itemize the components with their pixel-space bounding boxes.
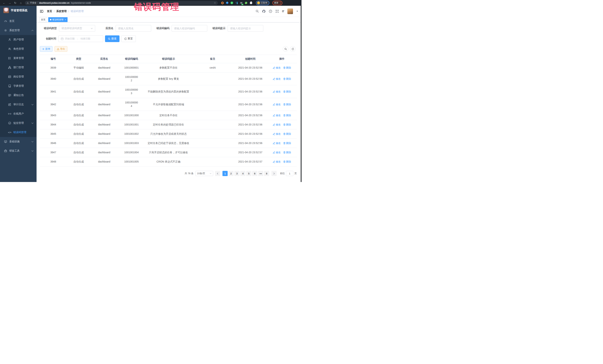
browser-scrollbar[interactable] <box>301 6 302 182</box>
sidebar-item-notice[interactable]: 通知公告 <box>0 91 36 100</box>
pager-page-5[interactable]: 5 <box>246 171 251 176</box>
browser-update-button[interactable]: 更新 <box>272 1 282 5</box>
column-header[interactable]: 创建时间 <box>234 55 267 63</box>
sidebar-fold-icon[interactable] <box>40 10 44 13</box>
create-time-range-picker[interactable]: 开始日期 - 结束日期 <box>58 35 103 42</box>
column-header[interactable]: 编号 <box>40 55 67 63</box>
edit-link[interactable]: 修改 <box>273 151 281 154</box>
ext-grid-icon[interactable] <box>235 1 238 4</box>
delete-link[interactable]: 删除 <box>283 151 291 154</box>
sidebar-item-sms-management[interactable]: 短信管理 <box>0 118 36 128</box>
sidebar-item-error-code-management[interactable]: </>错误码管理 <box>0 128 36 137</box>
app-name-input[interactable] <box>118 27 149 30</box>
browser-forward-icon[interactable]: → <box>7 1 12 5</box>
delete-link[interactable]: 删除 <box>283 141 291 145</box>
pager-page-4[interactable]: 4 <box>240 171 245 176</box>
tab-close-icon[interactable]: × <box>65 17 66 22</box>
delete-link[interactable]: 删除 <box>283 114 291 117</box>
avatar-caret-down-icon[interactable]: ▼ <box>296 10 298 12</box>
help-question-icon[interactable]: ? <box>269 10 272 13</box>
ext-vue-devtools-icon[interactable]: V <box>231 1 233 4</box>
ext-puzzle-icon[interactable] <box>249 1 253 4</box>
browser-menu-icon[interactable] <box>280 2 280 4</box>
cell-remark <box>192 113 234 118</box>
edit-link[interactable]: 修改 <box>273 141 281 145</box>
sidebar-item-dept-management[interactable]: 部门管理 <box>0 63 36 72</box>
pager-page-2[interactable]: 2 <box>228 171 234 176</box>
tab-home[interactable]: 首页 <box>39 17 47 22</box>
edit-link[interactable]: 修改 <box>273 77 281 81</box>
delete-link[interactable]: 删除 <box>283 160 291 164</box>
column-header[interactable]: 操作 <box>267 55 297 63</box>
breadcrumb-home[interactable]: 首页 <box>47 10 52 13</box>
error-code-input[interactable] <box>174 27 205 30</box>
sidebar-item-home[interactable]: 首页 <box>0 16 36 26</box>
browser-profile-chip[interactable]: 已暂停 <box>256 1 269 5</box>
sidebar-item-post-management[interactable]: 岗位管理 <box>0 72 36 81</box>
toggle-search-icon[interactable] <box>283 46 288 52</box>
refresh-table-icon[interactable] <box>290 46 296 52</box>
export-button[interactable]: 导出 <box>55 46 67 52</box>
delete-link[interactable]: 删除 <box>283 103 291 106</box>
edit-link[interactable]: 修改 <box>273 114 281 117</box>
pager-prev-icon[interactable] <box>215 171 220 176</box>
browser-home-icon[interactable]: ⌂ <box>19 1 23 5</box>
edit-link[interactable]: 修改 <box>273 66 281 69</box>
header-search-icon[interactable] <box>256 10 259 13</box>
sidebar-item-dict-management[interactable]: 字典管理 <box>0 81 36 91</box>
pager-page-1[interactable]: 1 <box>222 171 228 176</box>
edit-link[interactable]: 修改 <box>273 160 281 164</box>
reset-button[interactable]: 重置 <box>121 35 136 42</box>
column-header[interactable]: 错误码编码 <box>118 55 145 63</box>
sidebar-item-infrastructure[interactable]: 基础设施 <box>0 137 36 146</box>
pager-page-8[interactable]: 8 <box>264 171 269 176</box>
ext-leaf-icon[interactable] <box>244 1 248 4</box>
sidebar-item-dev-tools[interactable]: 研发工具 <box>0 146 36 155</box>
breadcrumb-system[interactable]: 系统管理 <box>56 10 67 13</box>
pager-page-6[interactable]: 6 <box>252 171 257 176</box>
pager-page-3[interactable]: 3 <box>234 171 240 176</box>
fullscreen-icon[interactable] <box>276 10 279 13</box>
delete-link[interactable]: 删除 <box>283 123 291 126</box>
delete-link[interactable]: 删除 <box>283 90 291 93</box>
sidebar-item-role-management[interactable]: 角色管理 <box>0 44 36 54</box>
sidebar-item-online-users[interactable]: 在线用户 <box>0 109 36 118</box>
sidebar-item-audit-log[interactable]: 审计日志 <box>0 100 36 109</box>
delete-link[interactable]: 删除 <box>283 77 291 81</box>
github-icon[interactable] <box>262 10 266 13</box>
bookmark-star-icon[interactable]: ☆ <box>214 1 216 4</box>
column-header[interactable]: 备注 <box>192 55 234 63</box>
ext-gem-icon[interactable] <box>226 1 229 4</box>
pager-next-icon[interactable] <box>271 171 277 176</box>
page-size-select[interactable]: 10条/页 <box>195 171 213 176</box>
tab-error-code[interactable]: 错误码管理 × <box>48 17 68 22</box>
error-msg-input[interactable] <box>230 27 261 30</box>
sidebar-item-system-management[interactable]: 系统管理 <box>0 26 36 35</box>
edit-link[interactable]: 修改 <box>273 123 281 126</box>
search-button[interactable]: 搜索 <box>105 35 119 42</box>
pager-goto-input[interactable] <box>286 171 293 176</box>
column-header[interactable]: 错误码提示 <box>145 55 192 63</box>
add-button[interactable]: 新增 <box>40 46 53 52</box>
sidebar-item-user-management[interactable]: 用户管理 <box>0 35 36 44</box>
cell-time: 2021-04-20 23:52:56 <box>234 129 267 138</box>
delete-link[interactable]: 删除 <box>283 132 291 136</box>
edit-link[interactable]: 修改 <box>273 90 281 93</box>
url-divider <box>38 2 38 4</box>
user-avatar[interactable] <box>287 9 293 14</box>
address-bar[interactable]: ⚠ 不安全 dashboard.yudao.iocoder.cn /system… <box>25 1 218 5</box>
browser-reload-icon[interactable]: ↻ <box>13 1 17 5</box>
edit-link[interactable]: 修改 <box>273 132 281 136</box>
app-logo[interactable]: 芋道管理系统 <box>0 6 36 15</box>
delete-link[interactable]: 删除 <box>283 66 291 69</box>
ext-ring-icon[interactable] <box>221 1 224 4</box>
browser-back-icon[interactable]: ← <box>2 1 6 5</box>
column-header[interactable]: 类型 <box>67 55 91 63</box>
error-type-select[interactable]: 请选择错误码类型 <box>59 25 95 32</box>
edit-link[interactable]: 修改 <box>273 103 281 106</box>
font-size-icon[interactable]: tT <box>282 10 284 13</box>
pager-ellipsis[interactable]: ••• <box>258 171 263 176</box>
column-header[interactable]: 应用名 <box>91 55 118 63</box>
sidebar-item-menu-management[interactable]: 菜单管理 <box>0 54 36 63</box>
ext-switchyomega-icon[interactable]: on <box>240 1 243 4</box>
